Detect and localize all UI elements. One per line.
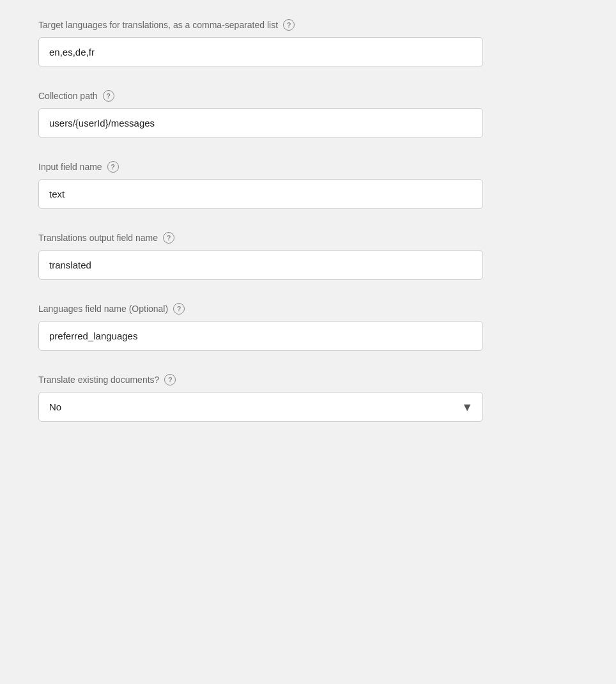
translations-output-help-icon[interactable]: ? <box>163 232 174 244</box>
input-field-name-help-icon[interactable]: ? <box>107 161 119 173</box>
target-languages-label-text: Target languages for translations, as a … <box>38 20 278 30</box>
translate-existing-label: Translate existing documents? ? <box>38 374 578 385</box>
collection-path-label: Collection path ? <box>38 90 578 102</box>
target-languages-help-icon[interactable]: ? <box>283 19 295 31</box>
translate-existing-help-icon[interactable]: ? <box>164 374 176 385</box>
target-languages-section: Target languages for translations, as a … <box>38 19 578 67</box>
translations-output-input[interactable] <box>38 250 483 280</box>
collection-path-label-text: Collection path <box>38 91 98 101</box>
translate-existing-label-text: Translate existing documents? <box>38 375 159 385</box>
input-field-name-input[interactable] <box>38 179 483 209</box>
collection-path-input[interactable] <box>38 108 483 138</box>
languages-field-name-input[interactable] <box>38 321 483 351</box>
languages-field-name-help-icon[interactable]: ? <box>173 303 185 315</box>
languages-field-name-label: Languages field name (Optional) ? <box>38 303 578 315</box>
translate-existing-select[interactable]: No Yes <box>38 392 483 422</box>
languages-field-name-section: Languages field name (Optional) ? <box>38 303 578 351</box>
translations-output-field-name-section: Translations output field name ? <box>38 232 578 280</box>
languages-field-name-label-text: Languages field name (Optional) <box>38 304 168 314</box>
input-field-name-label: Input field name ? <box>38 161 578 173</box>
translate-existing-select-wrapper: No Yes ▼ <box>38 392 483 422</box>
translations-output-label: Translations output field name ? <box>38 232 578 244</box>
target-languages-label: Target languages for translations, as a … <box>38 19 578 31</box>
translations-output-label-text: Translations output field name <box>38 233 158 243</box>
input-field-name-section: Input field name ? <box>38 161 578 209</box>
input-field-name-label-text: Input field name <box>38 162 102 172</box>
translate-existing-section: Translate existing documents? ? No Yes ▼ <box>38 374 578 422</box>
collection-path-help-icon[interactable]: ? <box>103 90 114 102</box>
target-languages-input[interactable] <box>38 37 483 67</box>
collection-path-section: Collection path ? <box>38 90 578 138</box>
